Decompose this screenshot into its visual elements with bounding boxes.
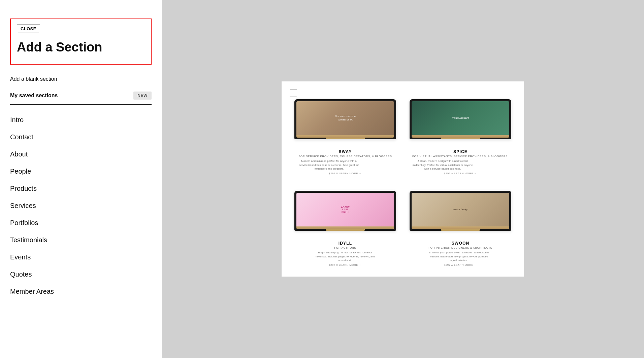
sway-screen-text: Our stories serve toconnect us all. xyxy=(335,115,355,121)
divider xyxy=(0,105,162,111)
idyll-desc: Bright and happy, perfect for YA and rom… xyxy=(315,251,376,262)
laptop-base xyxy=(296,135,394,138)
sway-info: SWAY FOR SERVICE PROVIDERS, COURSE CREAT… xyxy=(299,147,392,175)
idyll-info: IDYLL FOR AUTHORS Bright and happy, perf… xyxy=(315,238,376,266)
my-saved-sections-row: My saved sections NEW xyxy=(10,87,152,105)
nav-item-products[interactable]: Products xyxy=(0,180,162,197)
spice-desc: A clean, modern design with a nod toward… xyxy=(412,159,473,171)
laptop-stand-spice xyxy=(441,138,480,139)
laptop-base-spice xyxy=(412,135,509,138)
swoon-price[interactable]: $297 // LEARN MORE → xyxy=(428,263,492,266)
screen-idyll: ABOUTLASTNIGHT xyxy=(296,193,394,226)
sway-name: SWAY xyxy=(299,149,392,154)
laptop-base-swoon xyxy=(412,226,509,229)
sway-price[interactable]: $297 // LEARN MORE → xyxy=(299,172,392,175)
laptop-spice: Virtual Assistant xyxy=(410,99,511,139)
page-title: Add a Section xyxy=(17,40,145,55)
spice-info: SPICE FOR VIRTUAL ASSISTANTS, SERVICE PR… xyxy=(412,147,509,175)
laptop-stand-idyll xyxy=(326,229,365,231)
template-card-idyll[interactable]: ABOUTLASTNIGHT IDYLL FOR AUTHORS Bright … xyxy=(292,183,399,266)
laptop-base-idyll xyxy=(296,226,394,229)
spice-name: SPICE xyxy=(412,149,509,154)
laptop-wrapper-spice: Virtual Assistant xyxy=(407,92,514,147)
spice-price[interactable]: $297 // LEARN MORE → xyxy=(412,172,509,175)
screen-spice: Virtual Assistant xyxy=(412,101,509,135)
templates-grid: Our stories serve toconnect us all. SWAY… xyxy=(292,92,514,266)
laptop-stand xyxy=(326,138,365,139)
template-card-sway[interactable]: Our stories serve toconnect us all. SWAY… xyxy=(292,92,399,175)
nav-item-portfolios[interactable]: Portfolios xyxy=(0,214,162,231)
laptop-swoon: Interior Design xyxy=(410,191,511,231)
laptop-sway: Our stories serve toconnect us all. xyxy=(294,99,396,139)
nav-item-member-areas[interactable]: Member Areas xyxy=(0,283,162,300)
template-card-spice[interactable]: Virtual Assistant SPICE FOR VIRTUAL ASSI… xyxy=(407,92,514,175)
swoon-for: FOR INTERIOR DESIGNERS & ARCHITECTS xyxy=(428,246,492,249)
add-blank-section-link[interactable]: Add a blank section xyxy=(10,71,152,87)
nav-item-people[interactable]: People xyxy=(0,163,162,180)
template-card-swoon[interactable]: Interior Design SWOON FOR INTERIOR DESIG… xyxy=(407,183,514,266)
nav-item-intro[interactable]: Intro xyxy=(0,111,162,129)
nav-item-about[interactable]: About xyxy=(0,146,162,163)
sidebar: CLOSE Add a Section Add a blank section … xyxy=(0,0,162,358)
checkbox[interactable] xyxy=(290,90,297,97)
laptop-wrapper-sway: Our stories serve toconnect us all. xyxy=(292,92,399,147)
screen-swoon: Interior Design xyxy=(412,193,509,226)
nav-item-testimonials[interactable]: Testimonials xyxy=(0,231,162,249)
laptop-wrapper-swoon: Interior Design xyxy=(407,183,514,238)
nav-item-contact[interactable]: Contact xyxy=(0,129,162,146)
laptop-wrapper-idyll: ABOUTLASTNIGHT xyxy=(292,183,399,238)
nav-item-services[interactable]: Services xyxy=(0,197,162,214)
idyll-price[interactable]: $297 // LEARN MORE → xyxy=(315,263,376,266)
my-saved-sections-label: My saved sections xyxy=(10,93,133,99)
header-box: CLOSE Add a Section xyxy=(10,19,152,65)
idyll-screen-text: ABOUTLASTNIGHT xyxy=(341,206,350,213)
idyll-for: FOR AUTHORS xyxy=(315,246,376,249)
idyll-name: IDYLL xyxy=(315,241,376,246)
screen-sway: Our stories serve toconnect us all. xyxy=(296,101,394,135)
new-badge: NEW xyxy=(133,92,152,100)
spice-for: FOR VIRTUAL ASSISTANTS, SERVICE PROVIDER… xyxy=(412,155,509,158)
nav-item-quotes[interactable]: Quotes xyxy=(0,266,162,283)
main-content: Our stories serve toconnect us all. SWAY… xyxy=(162,0,644,358)
swoon-name: SWOON xyxy=(428,241,492,246)
swoon-desc: Show off your portfolio with a modern an… xyxy=(428,251,489,262)
laptop-idyll: ABOUTLASTNIGHT xyxy=(294,191,396,231)
nav-item-events[interactable]: Events xyxy=(0,249,162,266)
laptop-stand-swoon xyxy=(441,229,480,231)
sway-for: FOR SERVICE PROVIDERS, COURSE CREATORS, … xyxy=(299,155,392,158)
close-button[interactable]: CLOSE xyxy=(17,25,40,33)
content-panel: Our stories serve toconnect us all. SWAY… xyxy=(282,81,524,277)
swoon-info: SWOON FOR INTERIOR DESIGNERS & ARCHITECT… xyxy=(428,238,492,266)
sway-desc: Modern and minimal, perfect for anyone w… xyxy=(299,159,359,171)
spice-screen-text: Virtual Assistant xyxy=(452,117,469,119)
swoon-screen-text: Interior Design xyxy=(453,208,468,211)
